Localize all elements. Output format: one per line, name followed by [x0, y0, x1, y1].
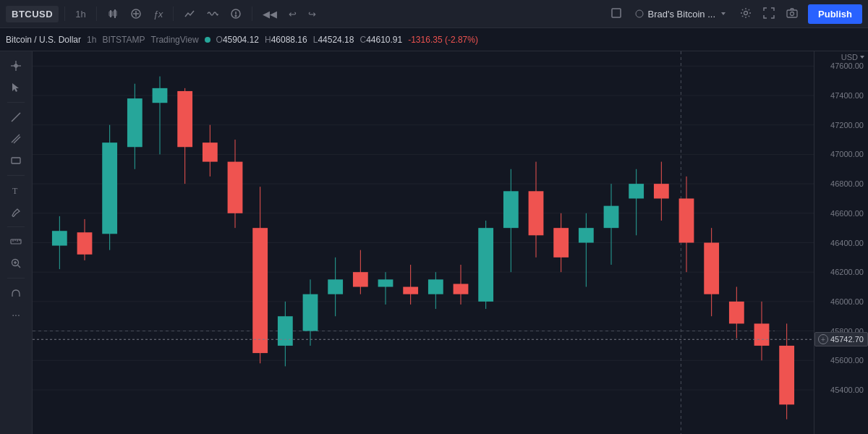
price-label: 46000.00: [830, 297, 864, 306]
price-label: 47600.00: [830, 61, 864, 70]
channel-tool[interactable]: [4, 129, 27, 149]
camera-button[interactable]: [782, 4, 802, 24]
brush-tool[interactable]: [4, 202, 27, 222]
svg-marker-19: [12, 83, 19, 92]
chart-exchange: BITSTAMP: [102, 35, 145, 45]
close-val: 44610.91: [366, 35, 402, 45]
ruler-tool[interactable]: [4, 231, 27, 252]
chart-name-label: Brad's Bitcoin ...: [648, 9, 716, 20]
svg-marker-12: [721, 12, 726, 15]
live-dot: [205, 37, 210, 43]
price-label: 46400.00: [830, 239, 864, 247]
alert-button[interactable]: [226, 5, 246, 22]
left-sep-1: [7, 102, 25, 103]
price-label: 47400.00: [830, 91, 864, 100]
chart-area[interactable]: [33, 51, 814, 434]
close-label: C: [359, 35, 366, 45]
text-tool[interactable]: T: [4, 180, 27, 200]
svg-point-15: [791, 12, 794, 15]
left-toolbar: T ···: [0, 51, 33, 434]
wave-button[interactable]: [203, 5, 223, 22]
price-label: 47200.00: [830, 121, 864, 129]
separator-3: [173, 7, 174, 21]
price-change: -1316.35 (-2.87%): [408, 35, 478, 45]
separator-2: [96, 7, 97, 21]
trendline-tool[interactable]: [4, 107, 27, 127]
svg-point-9: [236, 15, 237, 17]
price-label: 46800.00: [830, 179, 864, 188]
cursor-tool[interactable]: [4, 77, 27, 98]
left-sep-4: [7, 278, 25, 278]
bar-style-button[interactable]: [179, 5, 200, 22]
magnet-tool[interactable]: [4, 283, 27, 303]
price-label: 46200.00: [830, 268, 864, 276]
publish-button[interactable]: Publish: [808, 4, 862, 24]
svg-rect-23: [12, 158, 20, 163]
candlestick-icon[interactable]: [103, 5, 123, 22]
separator-4: [252, 7, 252, 21]
svg-rect-10: [612, 9, 621, 17]
settings-button[interactable]: [736, 4, 756, 24]
window-button[interactable]: [606, 4, 626, 24]
ohlc-values: O45904.12 H46088.16 L44524.18 C44610.91 …: [216, 35, 478, 45]
crosshair-tool[interactable]: [4, 56, 27, 76]
top-toolbar: BTCUSD 1h ƒx: [0, 0, 868, 28]
separator-1: [64, 7, 65, 21]
compare-button[interactable]: [126, 5, 146, 22]
plus-icon: +: [818, 334, 828, 344]
zoom-tool[interactable]: [4, 253, 27, 273]
indicators-button[interactable]: ƒx: [149, 6, 168, 22]
high-label: H: [265, 35, 271, 45]
low-val: 44524.18: [318, 35, 354, 45]
price-label: 47000.00: [830, 150, 864, 158]
price-label: 46600.00: [830, 209, 864, 218]
current-price-badge: +45742.70: [814, 332, 868, 346]
replay-button[interactable]: ◀◀: [258, 6, 281, 22]
redo-button[interactable]: ↪: [304, 6, 320, 22]
chart-source: TradingView: [151, 35, 199, 45]
chart-interval: 1h: [87, 35, 96, 45]
main-area: T ···: [0, 51, 868, 434]
symbol-selector[interactable]: BTCUSD: [6, 6, 59, 22]
svg-point-11: [636, 10, 643, 17]
svg-marker-36: [860, 56, 864, 59]
interval-button[interactable]: 1h: [71, 6, 90, 22]
open-label: O: [216, 35, 223, 45]
undo-button[interactable]: ↩: [284, 6, 301, 22]
chart-symbol: Bitcoin / U.S. Dollar: [6, 35, 81, 45]
candlestick-chart: [33, 51, 814, 434]
svg-line-31: [18, 265, 21, 268]
rectangle-tool[interactable]: [4, 150, 27, 171]
left-sep-3: [7, 226, 25, 227]
current-price-value: 45742.70: [830, 335, 864, 344]
price-axis: USD 47600.0047400.0047200.0047000.004680…: [814, 51, 868, 434]
left-sep-2: [7, 175, 25, 176]
chart-name-button[interactable]: Brad's Bitcoin ...: [629, 6, 733, 22]
svg-text:T: T: [12, 186, 18, 196]
price-label: 45400.00: [830, 386, 864, 394]
open-val: 45904.12: [223, 35, 259, 45]
price-label: 45600.00: [830, 356, 864, 365]
fullscreen-button[interactable]: [759, 4, 779, 24]
high-val: 46088.16: [271, 35, 307, 45]
svg-rect-14: [787, 10, 797, 17]
svg-point-13: [744, 11, 748, 14]
chart-info-bar: Bitcoin / U.S. Dollar 1h BITSTAMP Tradin…: [0, 28, 868, 51]
svg-line-20: [12, 113, 20, 122]
currency-label[interactable]: USD: [841, 53, 865, 61]
more-tools[interactable]: ···: [4, 305, 27, 325]
